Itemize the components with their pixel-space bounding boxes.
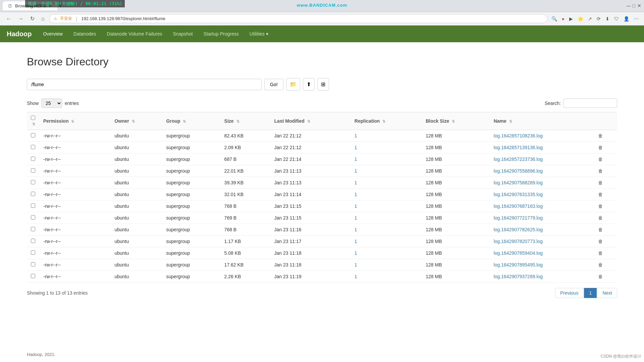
replication-link-4[interactable]: 1	[355, 180, 357, 185]
browser-action-btn-2[interactable]: ●	[560, 15, 566, 23]
file-link-0[interactable]: log.1642857108236.log	[494, 133, 543, 138]
replication-link-8[interactable]: 1	[355, 227, 357, 232]
chevron-down-icon: ▾	[266, 31, 268, 37]
delete-icon-2[interactable]: 🗑	[598, 157, 603, 162]
replication-link-2[interactable]: 1	[355, 157, 357, 162]
row-checkbox-10[interactable]	[31, 250, 35, 255]
maximize-icon[interactable]: □	[633, 3, 635, 9]
nav-item-datanode-volume-failures[interactable]: Datanode Volume Failures	[102, 28, 167, 39]
file-link-1[interactable]: log.1642857139136.log	[494, 145, 543, 150]
col-group[interactable]: Group ⇅	[162, 112, 220, 130]
grid-icon-btn[interactable]: ⊞	[317, 78, 329, 90]
browser-action-btn-6[interactable]: ⟳	[595, 15, 602, 23]
col-permission[interactable]: Permission ⇅	[39, 112, 110, 130]
row-checkbox-4[interactable]	[31, 180, 35, 184]
search-input[interactable]	[564, 99, 617, 108]
page-1-button[interactable]: 1	[584, 288, 597, 298]
browser-action-btn-5[interactable]: ↗	[587, 15, 593, 23]
forward-button[interactable]: →	[16, 14, 25, 23]
nav-item-snapshot[interactable]: Snapshot	[168, 28, 198, 39]
replication-link-10[interactable]: 1	[355, 250, 357, 256]
replication-link-9[interactable]: 1	[355, 239, 357, 244]
row-checkbox-6[interactable]	[31, 203, 35, 208]
page-title: Browse Directory	[27, 56, 617, 68]
nav-item-utilities[interactable]: Utilities ▾	[245, 28, 273, 39]
browser-action-btn-1[interactable]: 🔍	[550, 15, 558, 23]
file-link-11[interactable]: log.1642907895495.log	[494, 262, 543, 267]
browser-action-btn-4[interactable]: ⭐	[576, 15, 585, 23]
navbar-brand[interactable]: Hadoop	[7, 30, 32, 38]
row-checkbox-5[interactable]	[31, 192, 35, 196]
browser-action-btn-8[interactable]: 🛡	[613, 15, 620, 23]
replication-link-0[interactable]: 1	[355, 133, 357, 138]
file-link-8[interactable]: log.1642907782625.log	[494, 227, 543, 232]
replication-link-7[interactable]: 1	[355, 215, 357, 221]
col-block-size[interactable]: Block Size ⇅	[422, 112, 489, 130]
browser-more-button[interactable]: ⋯	[633, 15, 640, 23]
entries-select[interactable]: 10 25 50 100	[41, 99, 62, 108]
row-checkbox-2[interactable]	[31, 157, 35, 161]
home-button[interactable]: ⌂	[39, 14, 47, 23]
url-input[interactable]	[81, 16, 543, 21]
replication-link-1[interactable]: 1	[355, 145, 357, 150]
upload-icon-btn[interactable]: ⬆	[303, 78, 315, 90]
delete-icon-11[interactable]: 🗑	[598, 262, 603, 267]
delete-icon-5[interactable]: 🗑	[598, 192, 603, 197]
folder-icon-btn[interactable]: 📁	[286, 78, 300, 90]
next-button[interactable]: Next	[597, 288, 617, 298]
back-button[interactable]: ←	[4, 14, 13, 23]
minimize-icon[interactable]: ─	[627, 3, 630, 9]
col-replication[interactable]: Replication ⇅	[351, 112, 422, 130]
replication-link-6[interactable]: 1	[355, 203, 357, 209]
col-size[interactable]: Size ⇅	[220, 112, 270, 130]
file-link-12[interactable]: log.1642907937289.log	[494, 274, 543, 279]
file-link-10[interactable]: log.1642907859404.log	[494, 250, 543, 256]
close-icon[interactable]: ✕	[637, 3, 641, 9]
browser-action-btn-3[interactable]: ▶	[568, 15, 574, 23]
delete-icon-12[interactable]: 🗑	[598, 274, 603, 279]
replication-link-3[interactable]: 1	[355, 168, 357, 174]
file-link-3[interactable]: log.1642907556896.log	[494, 168, 543, 174]
delete-icon-1[interactable]: 🗑	[598, 145, 603, 150]
nav-item-overview[interactable]: Overview	[38, 28, 67, 39]
delete-icon-4[interactable]: 🗑	[598, 180, 603, 185]
replication-link-12[interactable]: 1	[355, 274, 357, 279]
sort-icon-group: ⇅	[183, 119, 186, 124]
row-checkbox-0[interactable]	[31, 133, 35, 137]
delete-icon-6[interactable]: 🗑	[598, 203, 603, 209]
file-link-5[interactable]: log.1642907631335.log	[494, 192, 543, 197]
file-link-4[interactable]: log.1642907588289.log	[494, 180, 543, 185]
delete-icon-8[interactable]: 🗑	[598, 227, 603, 232]
file-link-7[interactable]: log.1642907721779.log	[494, 215, 543, 221]
delete-icon-0[interactable]: 🗑	[598, 133, 603, 138]
file-link-2[interactable]: log.1642857223736.log	[494, 157, 543, 162]
row-checkbox-11[interactable]	[31, 262, 35, 266]
row-checkbox-8[interactable]	[31, 227, 35, 231]
nav-item-startup-progress[interactable]: Startup Progress	[199, 28, 244, 39]
replication-link-5[interactable]: 1	[355, 192, 357, 197]
row-checkbox-9[interactable]	[31, 239, 35, 243]
file-link-6[interactable]: log.1642907687163.log	[494, 203, 543, 209]
path-input[interactable]	[27, 79, 262, 90]
delete-icon-9[interactable]: 🗑	[598, 239, 603, 244]
col-owner[interactable]: Owner ⇅	[110, 112, 162, 130]
row-checkbox-12[interactable]	[31, 274, 35, 278]
delete-icon-10[interactable]: 🗑	[598, 250, 603, 256]
cell-delete-4: 🗑	[594, 177, 617, 189]
col-last-modified[interactable]: Last Modified ⇅	[270, 112, 351, 130]
browser-action-btn-7[interactable]: ⬇	[604, 15, 611, 23]
replication-link-11[interactable]: 1	[355, 262, 357, 267]
row-checkbox-1[interactable]	[31, 145, 35, 149]
select-all-checkbox[interactable]	[31, 116, 35, 120]
row-checkbox-3[interactable]	[31, 168, 35, 173]
refresh-button[interactable]: ↻	[28, 14, 37, 23]
nav-item-datanodes[interactable]: Datanodes	[69, 28, 101, 39]
browser-action-btn-9[interactable]: 👤	[622, 15, 631, 23]
go-button[interactable]: Go!	[264, 79, 283, 90]
delete-icon-7[interactable]: 🗑	[598, 215, 603, 221]
file-link-9[interactable]: log.1642907820773.log	[494, 239, 543, 244]
previous-button[interactable]: Previous	[555, 288, 583, 298]
row-checkbox-7[interactable]	[31, 215, 35, 220]
col-name[interactable]: Name ⇅	[490, 112, 594, 130]
delete-icon-3[interactable]: 🗑	[598, 168, 603, 174]
